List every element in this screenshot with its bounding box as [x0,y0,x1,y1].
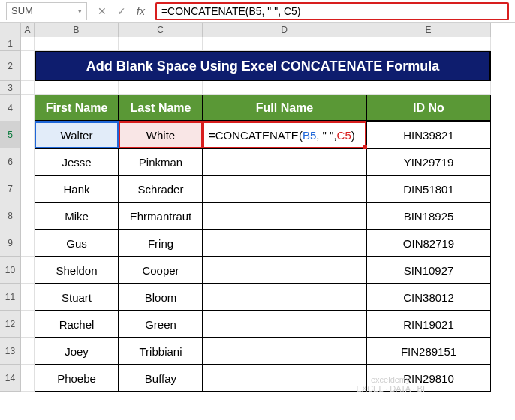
row-header-11[interactable]: 11 [0,284,21,310]
cell-B5[interactable]: Walter [35,122,119,148]
cell-D13[interactable] [203,338,366,364]
enter-icon[interactable]: ✓ [117,5,126,17]
table-header-last: Last Name [119,94,203,122]
cell-D8[interactable] [203,202,366,230]
cell-A1[interactable] [21,38,35,51]
cell-A8[interactable] [21,202,35,230]
col-header-E[interactable]: E [366,22,491,38]
cell-C9[interactable]: Fring [119,230,203,256]
cancel-icon[interactable]: ✕ [98,5,107,17]
cell-A14[interactable] [21,364,35,392]
row-header-2[interactable]: 2 [0,51,21,81]
row-header-13[interactable]: 13 [0,338,21,364]
row-header-7[interactable]: 7 [0,176,21,202]
cell-B9[interactable]: Gus [35,230,119,256]
cell-A3[interactable] [21,81,35,94]
cell-C3[interactable] [119,81,203,94]
cell-E5[interactable]: HIN39821 [366,122,491,148]
cell-C11[interactable]: Bloom [119,284,203,310]
cell-D12[interactable] [203,310,366,338]
cell-D6[interactable] [203,148,366,176]
cell-A6[interactable] [21,148,35,176]
cell-E10[interactable]: SIN10927 [366,256,491,284]
col-header-C[interactable]: C [119,22,203,38]
cell-B6[interactable]: Jesse [35,148,119,176]
formula-suffix: ) [351,129,355,142]
cell-A13[interactable] [21,338,35,364]
cell-B1[interactable] [35,38,119,51]
cell-B8[interactable]: Mike [35,202,119,230]
formula-bar: SUM ▾ ✕ ✓ fx =CONCATENATE(B5, " ", C5) [0,0,515,22]
cell-D9[interactable] [203,230,366,256]
cell-E8[interactable]: BIN18925 [366,202,491,230]
formula-input[interactable]: =CONCATENATE(B5, " ", C5) [155,2,509,20]
cell-D5[interactable]: =CONCATENATE(B5, " ", C5) [203,122,366,148]
cell-A7[interactable] [21,176,35,202]
cell-C6[interactable]: Pinkman [119,148,203,176]
cell-E9[interactable]: OIN82719 [366,230,491,256]
row-header-6[interactable]: 6 [0,148,21,176]
name-box[interactable]: SUM ▾ [6,2,87,20]
cell-A4[interactable] [21,94,35,122]
cell-B14[interactable]: Phoebe [35,364,119,392]
formula-prefix: =CONCATENATE( [209,129,303,142]
cell-D10[interactable] [203,256,366,284]
cell-B13[interactable]: Joey [35,338,119,364]
cell-D3[interactable] [203,81,366,94]
name-box-text: SUM [11,5,33,16]
cell-C1[interactable] [119,38,203,51]
row-header-8[interactable]: 8 [0,202,21,230]
col-header-A[interactable]: A [21,22,35,38]
col-header-D[interactable]: D [203,22,366,38]
row-header-4[interactable]: 4 [0,94,21,122]
cell-D1[interactable] [203,38,366,51]
select-all-corner[interactable] [0,22,21,38]
cell-C13[interactable]: Tribbiani [119,338,203,364]
row-header-1[interactable]: 1 [0,38,21,51]
cell-E6[interactable]: YIN29719 [366,148,491,176]
cell-E1[interactable] [366,38,491,51]
row-header-10[interactable]: 10 [0,256,21,284]
cell-C12[interactable]: Green [119,310,203,338]
cell-A9[interactable] [21,230,35,256]
row-header-12[interactable]: 12 [0,310,21,338]
cell-E7[interactable]: DIN51801 [366,176,491,202]
row-header-5[interactable]: 5 [0,122,21,148]
formula-input-text: =CONCATENATE(B5, " ", C5) [161,5,301,17]
cell-C8[interactable]: Ehrmantraut [119,202,203,230]
col-header-B[interactable]: B [35,22,119,38]
row-header-9[interactable]: 9 [0,230,21,256]
cell-B3[interactable] [35,81,119,94]
spreadsheet-grid[interactable]: A B C D E 1 2 Add Blank Space Using Exce… [0,22,515,392]
cell-E14[interactable]: RIN29810 [366,364,491,392]
cell-D11[interactable] [203,284,366,310]
cell-A2[interactable] [21,51,35,81]
row-header-3[interactable]: 3 [0,81,21,94]
fx-icon[interactable]: fx [137,5,145,17]
cell-C14[interactable]: Buffay [119,364,203,392]
cell-E12[interactable]: RIN19021 [366,310,491,338]
cell-B12[interactable]: Rachel [35,310,119,338]
cell-C7[interactable]: Schrader [119,176,203,202]
formula-mid: , " ", [316,129,336,142]
cell-A10[interactable] [21,256,35,284]
row-header-14[interactable]: 14 [0,364,21,392]
cell-D14[interactable] [203,364,366,392]
cell-C5[interactable]: White [119,122,203,148]
table-header-id: ID No [366,94,491,122]
page-title: Add Blank Space Using Excel CONCATENATE … [35,51,491,81]
cell-D7[interactable] [203,176,366,202]
cell-A5[interactable] [21,122,35,148]
cell-C10[interactable]: Cooper [119,256,203,284]
cell-B10[interactable]: Sheldon [35,256,119,284]
cell-A11[interactable] [21,284,35,310]
formula-ref1: B5 [303,129,316,142]
table-header-full: Full Name [203,94,366,122]
cell-A12[interactable] [21,310,35,338]
cell-E13[interactable]: FIN289151 [366,338,491,364]
cell-B11[interactable]: Stuart [35,284,119,310]
cell-E3[interactable] [366,81,491,94]
cell-B7[interactable]: Hank [35,176,119,202]
cell-E11[interactable]: CIN38012 [366,284,491,310]
chevron-down-icon[interactable]: ▾ [78,8,82,15]
